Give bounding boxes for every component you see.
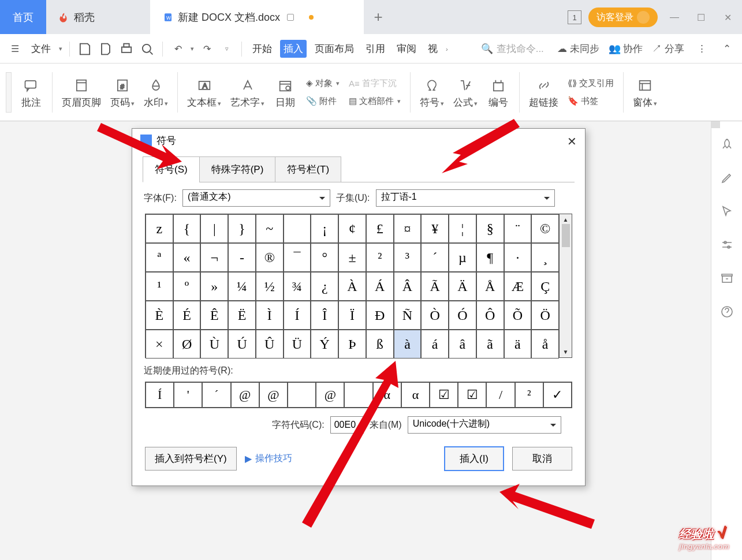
symbol-cell[interactable]: £ (366, 214, 394, 243)
symbol-cell[interactable]: Ö (531, 301, 559, 330)
save-as-icon[interactable] (98, 41, 114, 57)
ribbon-textbox[interactable]: A文本框▾ (182, 67, 226, 118)
symbol-cell[interactable]: Ì (256, 301, 284, 330)
menu-view[interactable]: 视 (424, 40, 441, 58)
tab-document[interactable]: W 新建 DOCX 文档.docx (150, 0, 364, 34)
symbol-cell[interactable]: ¨ (504, 214, 532, 243)
symbol-cell[interactable]: Ú (228, 330, 256, 359)
symbol-cell[interactable]: ³ (394, 243, 422, 272)
menu-ref[interactable]: 引用 (362, 40, 389, 58)
undo-icon[interactable]: ↶ (170, 41, 186, 57)
ribbon-formula[interactable]: 公式▾ (449, 67, 482, 118)
redo-icon[interactable]: ↷ (199, 41, 215, 57)
symbol-cell[interactable]: Ä (449, 272, 476, 301)
symbol-cell[interactable]: Ó (449, 301, 476, 330)
menu-insert[interactable]: 插入 (280, 40, 307, 58)
symbol-cell[interactable]: ¹ (146, 272, 173, 301)
recent-symbol-cell[interactable]: / (486, 382, 514, 408)
symbol-cell[interactable]: á (421, 330, 449, 359)
tab-home[interactable]: 首页 (0, 0, 46, 34)
menu-icon[interactable]: ☰ (7, 41, 23, 57)
recent-symbol-cell[interactable]: ☑ (430, 382, 458, 408)
more-icon[interactable]: ⋮ (693, 41, 710, 57)
scroll-down-icon[interactable]: ▼ (563, 349, 569, 355)
minimize-button[interactable]: — (665, 8, 684, 27)
symbol-cell[interactable]: À (338, 272, 366, 301)
symbol-cell[interactable]: ß (366, 330, 394, 359)
menu-layout[interactable]: 页面布局 (311, 40, 357, 58)
symbol-cell[interactable]: } (228, 214, 256, 243)
new-tab-button[interactable]: + (364, 0, 393, 34)
recent-symbol-cell[interactable]: @ (231, 382, 259, 408)
ribbon-crossref[interactable]: ⟪⟫ 交叉引用 (568, 78, 614, 89)
menu-more-icon[interactable]: › (446, 46, 448, 53)
symbol-cell[interactable]: ¡ (311, 214, 338, 243)
symbol-cell[interactable]: Í (284, 301, 311, 330)
symbol-cell[interactable]: Ü (284, 330, 311, 359)
symbol-cell[interactable]: ã (476, 330, 504, 359)
help-icon[interactable] (720, 305, 734, 319)
symbol-cell[interactable]: ¯ (284, 243, 311, 272)
symbol-cell[interactable]: ¸ (531, 243, 559, 272)
recent-symbol-cell[interactable]: ² (515, 382, 543, 408)
symbol-cell[interactable]: ¼ (228, 272, 256, 301)
grid-scrollbar[interactable]: ▲ ▼ (559, 214, 572, 357)
share-button[interactable]: ↗ 分享 (652, 42, 684, 55)
insert-to-bar-button[interactable]: 插入到符号栏(Y) (145, 447, 237, 471)
symbol-cell[interactable]: Ç (531, 272, 559, 301)
symbol-cell[interactable]: Â (394, 272, 422, 301)
dialog-close-button[interactable]: ✕ (567, 135, 577, 148)
symbol-cell[interactable]: © (531, 214, 559, 243)
symbol-cell[interactable]: ¾ (284, 272, 311, 301)
symbol-cell[interactable]: z (146, 214, 173, 243)
recent-symbol-cell[interactable]: @ (259, 382, 288, 408)
symbol-cell[interactable]: ² (366, 243, 394, 272)
charcode-input[interactable] (330, 416, 364, 434)
symbol-cell[interactable]: Ô (476, 301, 504, 330)
symbol-cell[interactable] (284, 214, 311, 243)
ribbon-date[interactable]: 日期 (269, 67, 301, 118)
symbol-cell[interactable]: § (476, 214, 504, 243)
recent-symbol-cell[interactable] (344, 382, 372, 408)
symbol-cell[interactable]: { (173, 214, 201, 243)
pencil-icon[interactable] (720, 171, 734, 185)
scroll-track[interactable] (711, 121, 720, 128)
symbol-cell[interactable]: Å (476, 272, 504, 301)
symbol-cell[interactable]: Ë (228, 301, 256, 330)
symbol-cell[interactable]: Î (311, 301, 338, 330)
archive-icon[interactable] (720, 271, 734, 285)
ribbon-watermark[interactable]: 水印▾ (139, 67, 173, 118)
symbol-cell[interactable]: · (504, 243, 532, 272)
command-search[interactable]: 🔍查找命令... (475, 39, 567, 58)
ribbon-scroll-left[interactable] (6, 72, 12, 113)
recent-symbol-cell[interactable]: α (401, 382, 430, 408)
tips-link[interactable]: ▶操作技巧 (245, 453, 292, 465)
collab-button[interactable]: 👥 协作 (609, 42, 643, 55)
symbol-cell[interactable]: ¥ (421, 214, 449, 243)
symbol-cell[interactable]: Þ (338, 330, 366, 359)
cancel-button[interactable]: 取消 (512, 447, 572, 471)
symbol-cell[interactable]: Ø (173, 330, 201, 359)
save-icon[interactable] (77, 41, 93, 57)
symbol-cell[interactable]: ¿ (311, 272, 338, 301)
symbol-cell[interactable]: ´ (421, 243, 449, 272)
symbol-cell[interactable]: × (146, 330, 173, 359)
preview-icon[interactable] (139, 41, 155, 57)
symbol-cell[interactable]: ¬ (200, 243, 228, 272)
symbol-cell[interactable]: å (531, 330, 559, 359)
recent-symbol-cell[interactable]: @ (316, 382, 344, 408)
symbol-cell[interactable]: ¤ (394, 214, 422, 243)
insert-button[interactable]: 插入(I) (444, 446, 504, 471)
tab-docker[interactable]: 稻壳 (46, 0, 150, 34)
recent-symbol-cell[interactable]: ´ (202, 382, 230, 408)
symbol-cell[interactable]: ¶ (476, 243, 504, 272)
ribbon-pageno[interactable]: #页码▾ (106, 67, 139, 118)
maximize-button[interactable]: ☐ (691, 8, 711, 27)
symbol-cell[interactable]: ° (311, 243, 338, 272)
more-qat-icon[interactable]: ▿ (225, 45, 229, 53)
symbol-cell[interactable]: » (200, 272, 228, 301)
symbol-cell[interactable]: | (200, 214, 228, 243)
menu-start[interactable]: 开始 (249, 40, 275, 58)
symbol-cell[interactable]: ± (338, 243, 366, 272)
ribbon-windows[interactable]: 窗体▾ (628, 67, 662, 118)
